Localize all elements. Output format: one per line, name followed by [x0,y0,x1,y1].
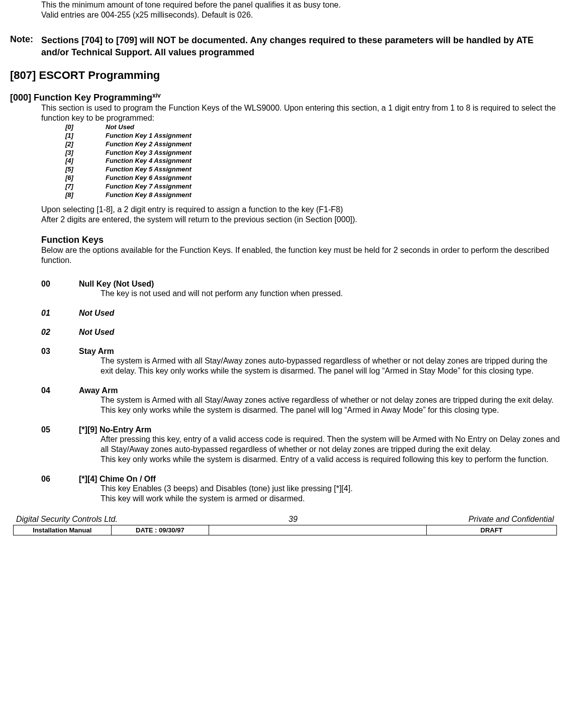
fk-row-5: [5]Function Key 5 Assignment [65,165,560,174]
fn-00-row: 00 Null Key (Not Used) [41,280,560,289]
fn-06-title: [*][4] Chime On / Off [79,475,156,484]
function-key-table: [0]Not Used [1]Function Key 1 Assignment… [65,123,560,200]
fn-01-title: Not Used [79,309,114,318]
sec000-intro: This section is used to program the Func… [41,103,560,123]
note-block: Note: Sections [704] to [709] will NOT b… [10,34,560,59]
fn-05-desc-2: This key only works while the system is … [101,454,560,465]
note-label: Note: [10,34,41,45]
footer-cell-draft: DRAFT [426,525,556,535]
fn-01-row: 01 Not Used [41,309,560,318]
footer-cell-manual: Installation Manual [14,525,112,535]
function-keys-intro: Below are the options available for the … [41,245,560,265]
fk-row-2: [2]Function Key 2 Assignment [65,140,560,149]
footer-table: Installation Manual DATE : 09/30/97 DRAF… [13,525,557,535]
fn-04-desc: The system is Armed with all Stay/Away z… [101,395,560,415]
fn-06-code: 06 [41,475,79,484]
fk-row-4: [4]Function Key 4 Assignment [65,157,560,165]
fn-03-title: Stay Arm [79,347,114,356]
fn-02-row: 02 Not Used [41,328,560,337]
footer-page-number: 39 [289,515,298,524]
fn-06-desc-2: This key will work while the system is a… [101,494,560,504]
fn-06-desc-1: This key Enables (3 beeps) and Disables … [101,484,560,494]
fn-02-code: 02 [41,328,79,337]
fn-05-code: 05 [41,425,79,434]
fn-06-row: 06 [*][4] Chime On / Off [41,475,560,484]
fn-03-row: 03 Stay Arm [41,347,560,356]
fk-row-7: [7]Function Key 7 Assignment [65,183,560,191]
heading-000-text: [000] Function Key Programming [10,93,152,103]
heading-807: [807] ESCORT Programming [10,69,560,82]
fn-05-row: 05 [*][9] No-Entry Arm [41,425,560,434]
footer-company: Digital Security Controls Ltd. [16,515,118,524]
fn-00-code: 00 [41,280,79,289]
fk-row-3: [3]Function Key 3 Assignment [65,149,560,157]
fn-01-code: 01 [41,309,79,318]
fn-00-desc: The key is not used and will not perform… [101,289,560,299]
footer-confidential: Private and Confidential [468,515,554,524]
intro-line-2: Valid entries are 004-255 (x25 milliseco… [41,10,560,20]
sec000-after-2: After 2 digits are entered, the system w… [41,215,560,225]
fn-03-code: 03 [41,347,79,356]
footer-cell-empty [209,525,426,535]
page-footer: Digital Security Controls Ltd. 39 Privat… [10,515,560,535]
function-keys-heading: Function Keys [41,235,560,245]
heading-000-sup: xiv [152,92,161,99]
fn-04-code: 04 [41,386,79,395]
fk-row-1: [1]Function Key 1 Assignment [65,132,560,140]
sec000-after-1: Upon selecting [1-8], a 2 digit entry is… [41,205,560,215]
fn-05-title: [*][9] No-Entry Arm [79,425,151,434]
fn-04-row: 04 Away Arm [41,386,560,395]
fn-05-desc-1: After pressing this key, entry of a vali… [101,434,560,454]
intro-line-1: This the minimum amount of tone required… [41,0,560,10]
footer-cell-date: DATE : 09/30/97 [111,525,209,535]
page-content: This the minimum amount of tone required… [0,0,570,535]
fn-04-title: Away Arm [79,386,118,395]
heading-000: [000] Function Key Programmingxiv [10,92,560,103]
fk-row-6: [6]Function Key 6 Assignment [65,174,560,183]
note-body: Sections [704] to [709] will NOT be docu… [41,34,560,59]
fn-02-title: Not Used [79,328,114,337]
fk-row-0: [0]Not Used [65,123,560,132]
fn-00-title: Null Key (Not Used) [79,280,154,289]
fk-row-8: [8]Function Key 8 Assignment [65,191,560,200]
fn-03-desc: The system is Armed with all Stay/Away z… [101,356,560,376]
